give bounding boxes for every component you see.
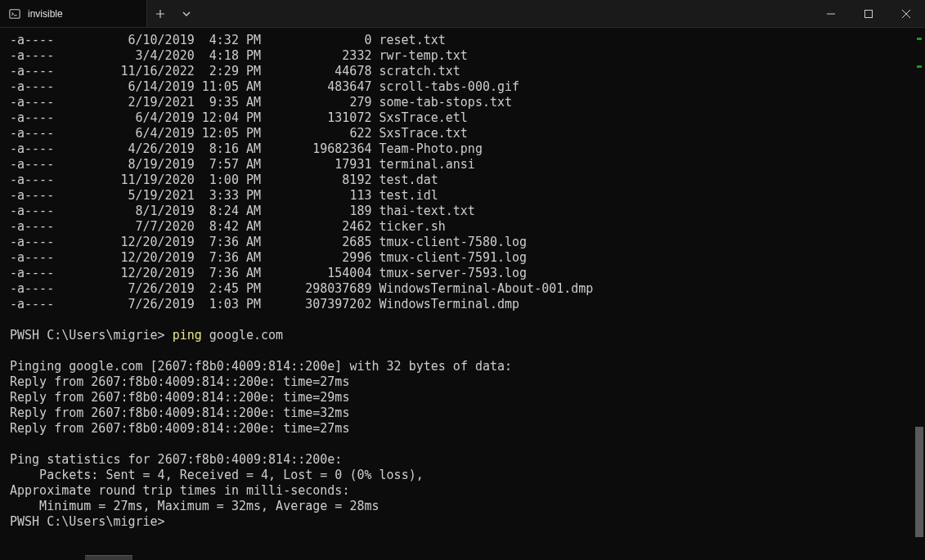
file-size: 307397202 — [261, 297, 371, 312]
file-row: -a----11/16/20222:29 PM44678scratch.txt — [10, 64, 915, 79]
file-mode: -a---- — [10, 204, 54, 219]
file-date: 7/26/2019 — [54, 297, 195, 312]
file-date: 12/20/2019 — [54, 266, 195, 281]
file-size: 2462 — [261, 219, 371, 235]
file-date: 7/26/2019 — [54, 281, 195, 297]
titlebar-drag-area[interactable] — [200, 0, 812, 27]
file-date: 11/19/2020 — [54, 172, 195, 188]
file-name: terminal.ansi — [371, 157, 474, 172]
file-date: 3/4/2020 — [54, 48, 195, 64]
file-time: 4:32 PM — [195, 33, 261, 48]
file-date: 12/20/2019 — [54, 250, 195, 266]
file-date: 5/19/2021 — [54, 188, 195, 204]
file-mode: -a---- — [10, 141, 54, 157]
file-size: 44678 — [261, 64, 371, 79]
ping-rtt-header: Approximate round trip times in milli-se… — [10, 483, 915, 499]
file-name: test.dat — [371, 172, 438, 188]
file-date: 8/1/2019 — [54, 204, 195, 219]
file-size: 279 — [261, 95, 371, 110]
file-time: 2:29 PM — [195, 64, 261, 79]
file-size: 8192 — [261, 172, 371, 188]
file-mode: -a---- — [10, 235, 54, 250]
scroll-mark-icon — [917, 65, 922, 68]
maximize-button[interactable] — [850, 0, 887, 27]
file-row: -a----6/14/201911:05 AM483647scroll-tabs… — [10, 79, 915, 95]
file-size: 298037689 — [261, 281, 371, 297]
file-name: tmux-client-7591.log — [371, 250, 527, 266]
file-mode: -a---- — [10, 110, 54, 126]
taskbar-peek-icon — [85, 555, 132, 560]
file-row: -a----6/4/201912:05 PM622SxsTrace.txt — [10, 126, 915, 141]
file-row: -a----6/10/20194:32 PM0reset.txt — [10, 33, 915, 48]
tab-active[interactable]: invisible ✕ — [0, 0, 147, 27]
file-size: 154004 — [261, 266, 371, 281]
file-date: 6/10/2019 — [54, 33, 195, 48]
file-date: 4/26/2019 — [54, 141, 195, 157]
file-name: thai-text.txt — [371, 204, 474, 219]
file-date: 2/19/2021 — [54, 95, 195, 110]
terminal-output[interactable]: -a----6/10/20194:32 PM0reset.txt-a----3/… — [0, 28, 925, 560]
file-size: 0 — [261, 33, 371, 48]
file-size: 2996 — [261, 250, 371, 266]
file-date: 11/16/2022 — [54, 64, 195, 79]
file-time: 12:05 PM — [195, 126, 261, 141]
file-name: reset.txt — [371, 33, 445, 48]
file-name: scroll-tabs-000.gif — [371, 79, 519, 95]
file-name: test.idl — [371, 188, 438, 204]
file-mode: -a---- — [10, 126, 54, 141]
file-mode: -a---- — [10, 95, 54, 110]
file-name: rwr-temp.txt — [371, 48, 467, 64]
prompt-line[interactable]: PWSH C:\Users\migrie> — [10, 514, 915, 530]
file-row: -a----12/20/20197:36 AM2996tmux-client-7… — [10, 250, 915, 266]
file-time: 2:45 PM — [195, 281, 261, 297]
file-date: 12/20/2019 — [54, 235, 195, 250]
new-tab-button[interactable] — [147, 0, 173, 27]
ping-reply: Reply from 2607:f8b0:4009:814::200e: tim… — [10, 390, 915, 405]
file-time: 8:16 AM — [195, 141, 261, 157]
file-date: 6/4/2019 — [54, 126, 195, 141]
file-mode: -a---- — [10, 64, 54, 79]
file-mode: -a---- — [10, 48, 54, 64]
ping-reply: Reply from 2607:f8b0:4009:814::200e: tim… — [10, 421, 915, 437]
file-mode: -a---- — [10, 219, 54, 235]
file-row: -a----3/4/20204:18 PM2332rwr-temp.txt — [10, 48, 915, 64]
file-time: 7:36 AM — [195, 266, 261, 281]
file-row: -a----4/26/20198:16 AM19682364Team-Photo… — [10, 141, 915, 157]
file-row: -a----8/19/20197:57 AM17931terminal.ansi — [10, 157, 915, 172]
prompt-line: PWSH C:\Users\migrie> ping google.com — [10, 328, 915, 343]
file-size: 113 — [261, 188, 371, 204]
scrollbar-track[interactable] — [914, 28, 925, 555]
file-name: SxsTrace.etl — [371, 110, 467, 126]
file-name: some-tab-stops.txt — [371, 95, 512, 110]
file-name: WindowsTerminal.dmp — [371, 297, 519, 312]
minimize-button[interactable] — [812, 0, 850, 27]
file-time: 1:00 PM — [195, 172, 261, 188]
file-size: 17931 — [261, 157, 371, 172]
file-row: -a----8/1/20198:24 AM189thai-text.txt — [10, 204, 915, 219]
titlebar: invisible ✕ — [0, 0, 925, 28]
tab-dropdown-button[interactable] — [173, 0, 200, 27]
command-name: ping — [173, 328, 202, 343]
file-time: 9:35 AM — [195, 95, 261, 110]
file-name: tmux-server-7593.log — [371, 266, 527, 281]
file-mode: -a---- — [10, 297, 54, 312]
file-row: -a----12/20/20197:36 AM154004tmux-server… — [10, 266, 915, 281]
file-mode: -a---- — [10, 188, 54, 204]
file-time: 8:24 AM — [195, 204, 261, 219]
file-name: scratch.txt — [371, 64, 460, 79]
window-controls — [812, 0, 925, 27]
file-time: 7:57 AM — [195, 157, 261, 172]
command-args: google.com — [202, 328, 283, 343]
close-button[interactable] — [887, 0, 925, 27]
ping-rtt-values: Minimum = 27ms, Maximum = 32ms, Average … — [10, 499, 915, 514]
scrollbar-thumb[interactable] — [915, 427, 923, 537]
file-time: 4:18 PM — [195, 48, 261, 64]
file-size: 189 — [261, 204, 371, 219]
file-row: -a----12/20/20197:36 AM2685tmux-client-7… — [10, 235, 915, 250]
svg-rect-3 — [865, 10, 873, 17]
file-row: -a----5/19/20213:33 PM113test.idl — [10, 188, 915, 204]
file-size: 131072 — [261, 110, 371, 126]
file-row: -a----6/4/201912:04 PM131072SxsTrace.etl — [10, 110, 915, 126]
file-mode: -a---- — [10, 266, 54, 281]
scroll-mark-icon — [917, 38, 922, 40]
